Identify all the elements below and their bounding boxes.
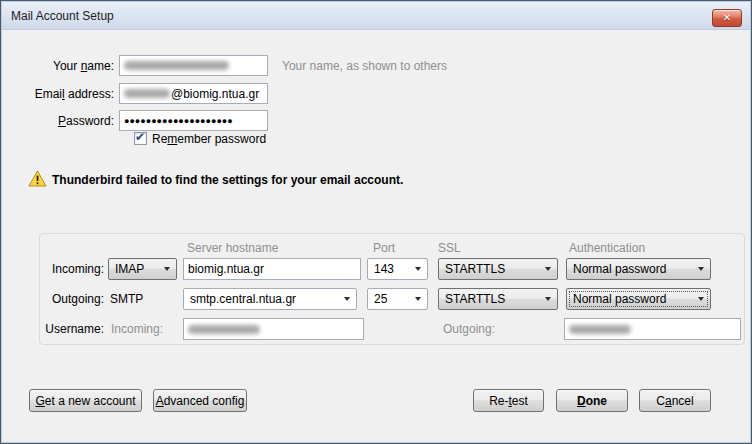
retest-button[interactable]: Re-test xyxy=(473,389,544,412)
dropdown-arrow-icon xyxy=(344,297,350,301)
redacted-username-incoming xyxy=(188,325,260,334)
email-domain-text: @biomig.ntua.gr xyxy=(171,87,259,101)
username-incoming-label: Incoming: xyxy=(111,322,163,336)
dropdown-arrow-icon xyxy=(698,297,704,301)
dropdown-arrow-icon xyxy=(415,267,421,271)
password-field[interactable]: ●●●●●●●●●●●●●●●●●●●● xyxy=(119,110,268,131)
password-label: Password: xyxy=(1,114,114,128)
warning-text: Thunderbird failed to find the settings … xyxy=(52,173,403,187)
advanced-config-button[interactable]: Advanced config xyxy=(153,389,247,412)
titlebar[interactable]: Mail Account Setup ✕ xyxy=(2,2,750,30)
incoming-hostname-input[interactable]: biomig.ntua.gr xyxy=(183,258,361,280)
dropdown-arrow-icon xyxy=(164,267,170,271)
close-button[interactable]: ✕ xyxy=(712,9,742,27)
outgoing-hostname-dropdown[interactable]: smtp.central.ntua.gr xyxy=(183,288,357,310)
checkmark-icon: ✔ xyxy=(135,130,145,144)
cancel-button[interactable]: Cancel xyxy=(639,389,711,412)
username-row-label: Username: xyxy=(1,322,104,336)
remember-password-checkbox[interactable]: ✔ xyxy=(134,132,147,145)
server-hostname-header: Server hostname xyxy=(187,241,278,255)
incoming-row-label: Incoming: xyxy=(1,262,104,276)
remember-password-label[interactable]: Remember password xyxy=(152,132,266,146)
redacted-email-user xyxy=(124,89,170,98)
username-outgoing-label: Outgoing: xyxy=(443,322,495,336)
done-button[interactable]: Done xyxy=(556,389,628,412)
username-outgoing-input[interactable] xyxy=(564,318,741,340)
mail-account-setup-dialog: Mail Account Setup ✕ Your name: Your nam… xyxy=(0,0,752,444)
dropdown-arrow-icon xyxy=(415,297,421,301)
email-address-field[interactable]: @biomig.ntua.gr xyxy=(119,83,268,104)
password-dots: ●●●●●●●●●●●●●●●●●●●● xyxy=(124,116,233,126)
incoming-protocol-dropdown[interactable]: IMAP xyxy=(108,258,177,280)
port-header: Port xyxy=(373,241,395,255)
close-icon: ✕ xyxy=(723,13,731,23)
redacted-name xyxy=(124,61,229,70)
your-name-label: Your name: xyxy=(1,59,114,73)
dropdown-arrow-icon xyxy=(545,297,551,301)
incoming-ssl-dropdown[interactable]: STARTTLS xyxy=(438,258,558,280)
outgoing-ssl-dropdown[interactable]: STARTTLS xyxy=(438,288,558,310)
redacted-username-outgoing xyxy=(569,325,631,334)
dropdown-arrow-icon xyxy=(545,267,551,271)
dropdown-arrow-icon xyxy=(698,267,704,271)
outgoing-protocol-text: SMTP xyxy=(110,292,143,306)
your-name-field[interactable] xyxy=(119,55,268,76)
get-new-account-button[interactable]: Get a new account xyxy=(29,389,142,412)
window-title: Mail Account Setup xyxy=(11,9,114,23)
incoming-auth-dropdown[interactable]: Normal password xyxy=(566,258,711,280)
ssl-header: SSL xyxy=(438,241,461,255)
incoming-port-dropdown[interactable]: 143 xyxy=(367,258,428,280)
outgoing-row-label: Outgoing: xyxy=(1,292,104,306)
outgoing-auth-dropdown[interactable]: Normal password xyxy=(566,288,711,310)
email-address-label: Email address: xyxy=(1,87,114,101)
warning-icon xyxy=(28,170,47,190)
your-name-hint: Your name, as shown to others xyxy=(282,59,447,73)
username-incoming-input[interactable] xyxy=(183,318,364,340)
outgoing-port-dropdown[interactable]: 25 xyxy=(367,288,428,310)
authentication-header: Authentication xyxy=(569,241,645,255)
